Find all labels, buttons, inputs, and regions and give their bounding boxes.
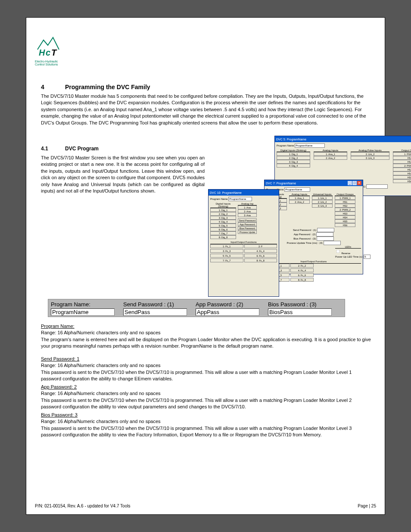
dvc7-led-time[interactable]: [364, 255, 371, 259]
list-item[interactable]: 4: Fc_4: [290, 268, 314, 272]
list-item[interactable]: 3: Uni_3: [351, 156, 389, 160]
dvc7-led-chk[interactable]: Reverse: [335, 252, 350, 255]
dvc10-io-h: Input/Output Functions: [210, 240, 277, 244]
dvc7-pn: Program Name: [266, 187, 361, 192]
list-item[interactable]: 3: Fc_3: [210, 249, 243, 253]
section-h2: DVC Program: [65, 146, 99, 152]
list-item[interactable]: 5: Fc_5: [210, 254, 243, 258]
section-h1: Programming the DVC Family: [65, 84, 150, 90]
list-item[interactable]: 1: Ana_1: [314, 152, 347, 156]
strip-ap-lbl: App Password : (2): [196, 301, 260, 308]
list-item[interactable]: 6: Fc_6: [244, 254, 277, 258]
list-item[interactable]: HS6: [335, 223, 355, 227]
titlebar-dvc5: DVC 5: ProgramName_□✕: [275, 136, 411, 142]
title-dvc5: DVC 5: ProgramName: [276, 138, 306, 141]
list-item[interactable]: 3: Dig_3: [210, 216, 236, 220]
strip-pn-input[interactable]: [51, 308, 115, 316]
list-item[interactable]: 5: Dig_5: [210, 224, 236, 227]
list-item[interactable]: 2: Fc_2: [290, 264, 314, 268]
list-item[interactable]: HS3: [335, 212, 355, 215]
pw-row: Bios Password : (3): [266, 236, 361, 241]
footer: P/N: 021-00154, Rev. A.6 - updated for V…: [35, 504, 376, 508]
list-item[interactable]: Process Updat: [238, 230, 257, 234]
list-item[interactable]: 1: PWM_1: [393, 152, 411, 156]
section-no-1: 4: [41, 84, 44, 90]
list-item[interactable]: 2: Ana: [238, 209, 257, 213]
list-item[interactable]: 1: PWM_1: [335, 196, 355, 200]
list-item[interactable]: App Password: [238, 222, 257, 226]
list-item[interactable]: 1: Dig_1: [277, 152, 310, 156]
list-item[interactable]: 7: Fc_7: [210, 258, 243, 262]
list-item[interactable]: 2: PWM_2: [393, 164, 411, 168]
list-item[interactable]: 6: Fc_6: [290, 273, 314, 277]
list-item[interactable]: 1: Ana_1: [289, 196, 310, 200]
pn-block: Program Name: Range: 16 Alpha/Numeric ch…: [41, 323, 373, 350]
min-icon[interactable]: _: [348, 181, 352, 185]
list-item[interactable]: 8: Dig_8: [210, 235, 236, 239]
list-item[interactable]: 2: Ana_2: [289, 200, 310, 204]
section-b-intro: The DVC5/7/10 Master Screen is the first…: [41, 155, 205, 194]
list-item[interactable]: Bios Password: [238, 226, 257, 230]
list-item[interactable]: HS1: [335, 200, 355, 204]
list-item[interactable]: Send Password: [238, 218, 257, 222]
list-item[interactable]: 1: Uni_1: [312, 196, 333, 200]
list-item[interactable]: 3: Dig_3: [277, 160, 310, 164]
list-item[interactable]: HS5: [335, 219, 355, 223]
list-item[interactable]: 6: Dig_6: [210, 227, 236, 231]
list-item[interactable]: 2: PWM_2: [335, 208, 355, 212]
list-item[interactable]: 2: Dig_2: [210, 212, 236, 216]
logo-sub1: Electro-Hydraulic: [35, 60, 62, 63]
window-dvc10: DVC 10: ProgramName Program Name Digital…: [208, 189, 279, 297]
list-item[interactable]: HS6: [393, 179, 411, 183]
close-icon[interactable]: ✕: [357, 181, 361, 185]
strip-pn-lbl: Program Name:: [51, 301, 115, 308]
svg-text:c: c: [46, 48, 50, 57]
dvc7-pn-input[interactable]: [284, 187, 310, 192]
list-item[interactable]: HS2: [393, 160, 411, 164]
bp-block: Bios Password: 3 Range: 16 Alpha/Numeric…: [41, 412, 373, 439]
list-item[interactable]: HS1: [393, 156, 411, 160]
strip-sp-input[interactable]: [123, 308, 187, 316]
list-item[interactable]: HS5: [393, 175, 411, 179]
list-item[interactable]: HS4: [335, 215, 355, 219]
list-item[interactable]: 4: Dig_4: [277, 164, 310, 168]
list-item[interactable]: 8: Fc_8: [290, 278, 314, 282]
list-item[interactable]: 8: Fc_8: [244, 258, 277, 262]
list-item[interactable]: 2: Uni_2: [351, 152, 389, 156]
max-icon[interactable]: □: [352, 181, 357, 185]
dvc7-led-h: LEDs: [335, 246, 361, 249]
list-item[interactable]: 1: Ana: [238, 205, 257, 209]
list-item[interactable]: HS3: [393, 168, 411, 171]
dvc5-di-h: Digital Inputs (Sinking): [277, 149, 310, 152]
dvc10-di-h: Digital Inputs (Sinking): [210, 202, 236, 208]
dvc5-pn-input[interactable]: [295, 143, 325, 148]
title-dvc10: DVC 10: ProgramName: [210, 191, 242, 194]
pw-row: Send Password : (1): [266, 228, 361, 232]
list-item[interactable]: 3: Ana: [238, 213, 257, 217]
list-item[interactable]: 1: Fc_1: [210, 244, 243, 248]
footer-right: Page | 25: [358, 504, 376, 508]
dvc10-pn: Program Name: [210, 197, 277, 201]
dvc7-io-h: Input/Output Functions: [266, 260, 361, 264]
strip-bp-input[interactable]: [268, 308, 332, 316]
password-strip: Program Name: Send Password : (1) App Pa…: [48, 299, 345, 317]
list-item[interactable]: 2: Uni_2: [312, 200, 333, 204]
list-item[interactable]: 1: Dig_1: [210, 208, 236, 212]
svg-text:T: T: [51, 48, 57, 57]
list-item[interactable]: 3: Uni_3: [312, 204, 333, 208]
dvc10-pn-input[interactable]: [228, 197, 252, 201]
svg-text:H: H: [39, 48, 45, 57]
list-item[interactable]: 2: Ana_2: [314, 156, 347, 160]
ap-block: App Password: 2 Range: 16 Alpha/Numeric …: [41, 384, 373, 411]
section-a-intro: The DVC5/7/10 Master module has 5 compon…: [41, 93, 373, 126]
list-item[interactable]: 4: Dig_4: [210, 220, 236, 224]
list-item[interactable]: 4: Fc_4: [244, 249, 277, 253]
list-item[interactable]: HS4: [393, 171, 411, 175]
list-item[interactable]: 7: Dig_7: [210, 231, 236, 235]
list-item[interactable]: 2: F: [244, 244, 277, 248]
list-item[interactable]: 2: Dig_2: [277, 156, 310, 160]
list-item[interactable]: HS2: [335, 204, 355, 208]
titlebar-dvc7: DVC 7: ProgramName_□✕: [265, 180, 363, 186]
dvc5-sp-input[interactable]: [366, 184, 388, 189]
strip-ap-input[interactable]: [196, 308, 259, 316]
